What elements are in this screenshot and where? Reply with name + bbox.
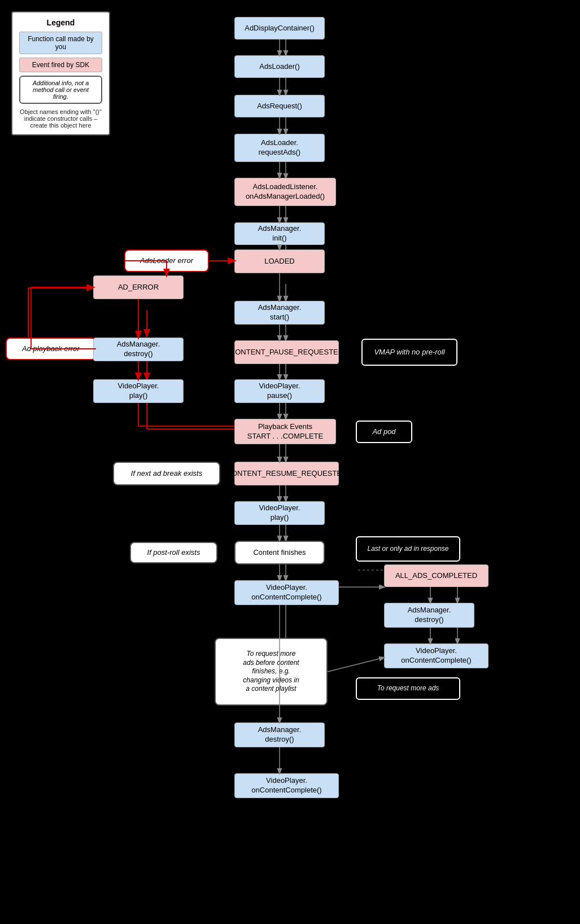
- ads-manager-destroy1-box: AdsManager. destroy(): [93, 338, 184, 361]
- legend: Legend Function call made by you Event f…: [11, 11, 110, 135]
- ads-manager-start-box: AdsManager. start(): [234, 301, 325, 325]
- legend-event-fired: Event fired by SDK: [19, 58, 102, 72]
- ads-manager-destroy2-box: AdsManager. destroy(): [384, 603, 474, 628]
- diagram-container: Legend Function call made by you Event f…: [0, 0, 580, 924]
- ads-loader-box: AdsLoader(): [234, 55, 325, 78]
- ad-display-container-box: AdDisplayContainer(): [234, 17, 325, 40]
- ads-manager-destroy3-box: AdsManager. destroy(): [234, 722, 325, 747]
- if-next-ad-break-box: If next ad break exists: [113, 462, 220, 485]
- to-request-more-ads-label-box: To request more ads: [356, 677, 460, 700]
- playback-events-box: Playback Events START . . .COMPLETE: [234, 419, 336, 444]
- content-finishes-box: Content finishes: [234, 541, 325, 564]
- last-only-ad-box: Last or only ad in response: [356, 536, 460, 562]
- content-pause-requested-box: CONTENT_PAUSE_REQUESTED: [234, 340, 339, 364]
- legend-additional-info: Additional info, not a method call or ev…: [19, 76, 102, 104]
- vmap-no-preroll-box: VMAP with no pre-roll: [361, 339, 457, 366]
- ad-playback-error-box: Ad playback error: [6, 338, 96, 360]
- ad-error-box: AD_ERROR: [93, 275, 184, 299]
- video-player-on-content-complete2-box: VideoPlayer. onContentComplete(): [384, 643, 489, 668]
- video-player-on-content-complete3-box: VideoPlayer. onContentComplete(): [234, 773, 339, 798]
- video-player-play1-box: VideoPlayer. play(): [93, 379, 184, 403]
- legend-function-call: Function call made by you: [19, 32, 102, 54]
- video-player-pause-box: VideoPlayer. pause(): [234, 379, 325, 403]
- content-resume-requested-box: CONTENT_RESUME_REQUESTED: [234, 462, 339, 485]
- all-ads-completed-box: ALL_ADS_COMPLETED: [384, 564, 489, 587]
- legend-title: Legend: [19, 18, 102, 27]
- loaded-box: LOADED: [234, 249, 325, 273]
- svg-line-57: [328, 658, 384, 672]
- ads-loaded-listener-box: AdsLoadedListener. onAdsManagerLoaded(): [234, 178, 336, 206]
- ads-manager-init-box: AdsManager. init(): [234, 222, 325, 245]
- video-player-play2-box: VideoPlayer. play(): [234, 501, 325, 525]
- to-request-more-ads-note-box: To request more ads before content finis…: [215, 638, 328, 706]
- video-player-on-content-complete1-box: VideoPlayer. onContentComplete(): [234, 580, 339, 605]
- ads-request-box: AdsRequest(): [234, 95, 325, 117]
- ad-pod-box: Ad pod: [356, 421, 412, 443]
- legend-note: Object names ending with "()" indicate c…: [19, 108, 102, 129]
- if-post-roll-box: If post-roll exists: [130, 542, 217, 563]
- ads-loader-error-box: AdsLoader error: [124, 249, 209, 272]
- ads-loader-request-ads-box: AdsLoader. requestAds(): [234, 134, 325, 162]
